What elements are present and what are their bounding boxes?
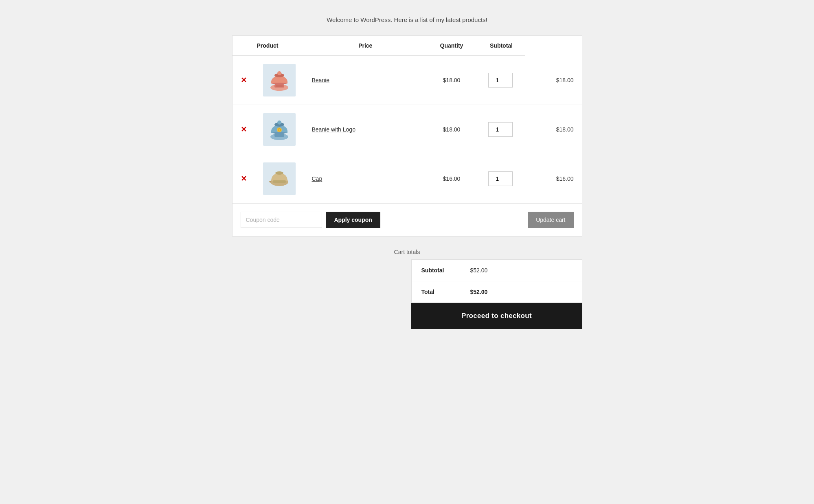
product-name-cell: Beanie with Logo xyxy=(304,105,428,154)
table-row: ✕ Cap $16.00 $16.00 xyxy=(232,154,582,204)
svg-point-7 xyxy=(277,121,281,125)
product-image-cell xyxy=(255,105,304,154)
product-image-cell xyxy=(255,154,304,204)
remove-item-button[interactable]: ✕ xyxy=(241,77,247,84)
product-subtotal-cell: $18.00 xyxy=(525,105,582,154)
subtotal-value: $52.00 xyxy=(470,267,488,274)
product-link-beanie[interactable]: Beanie xyxy=(312,77,330,83)
subtotal-row: Subtotal $52.00 xyxy=(412,260,582,281)
apply-coupon-button[interactable]: Apply coupon xyxy=(326,212,380,228)
product-subtotal: $18.00 xyxy=(556,77,574,83)
product-image-cap xyxy=(263,162,296,195)
product-subtotal-cell: $16.00 xyxy=(525,154,582,204)
col-header-quantity: Quantity xyxy=(427,36,476,56)
coupon-code-input[interactable] xyxy=(241,212,322,228)
product-quantity-cell xyxy=(476,56,525,105)
remove-cell: ✕ xyxy=(232,56,255,105)
svg-point-2 xyxy=(277,71,281,75)
proceed-to-checkout-button[interactable]: Proceed to checkout xyxy=(411,303,582,329)
quantity-input-beanie-with-logo[interactable] xyxy=(488,122,513,137)
product-price-cell: $16.00 xyxy=(427,154,476,204)
remove-item-button[interactable]: ✕ xyxy=(241,175,247,182)
product-price: $18.00 xyxy=(443,77,461,83)
product-price-cell: $18.00 xyxy=(427,105,476,154)
cart-table: Product Price Quantity Subtotal ✕ Be xyxy=(232,35,582,204)
svg-point-13 xyxy=(275,171,283,175)
product-price-cell: $18.00 xyxy=(427,56,476,105)
quantity-input-cap[interactable] xyxy=(488,171,513,186)
product-subtotal: $18.00 xyxy=(556,126,574,133)
product-image-cell xyxy=(255,56,304,105)
col-header-product: Product xyxy=(232,36,304,56)
cart-totals-title: Cart totals xyxy=(394,249,420,255)
product-price: $16.00 xyxy=(443,175,461,182)
product-quantity-cell xyxy=(476,154,525,204)
product-subtotal-cell: $18.00 xyxy=(525,56,582,105)
svg-rect-8 xyxy=(274,134,284,137)
page-intro: Welcome to WordPress. Here is a list of … xyxy=(327,16,487,23)
subtotal-label: Subtotal xyxy=(421,267,470,274)
remove-cell: ✕ xyxy=(232,105,255,154)
product-name-cell: Beanie xyxy=(304,56,428,105)
cart-totals-table: Subtotal $52.00 Total $52.00 xyxy=(411,259,582,303)
remove-cell: ✕ xyxy=(232,154,255,204)
product-quantity-cell xyxy=(476,105,525,154)
product-image-beanie xyxy=(263,64,296,96)
update-cart-button[interactable]: Update cart xyxy=(528,212,573,228)
cart-totals-wrapper: Cart totals Subtotal $52.00 Total $52.00… xyxy=(232,249,582,329)
svg-point-11 xyxy=(279,129,280,131)
table-row: ✕ Beanie $18.00 $18.00 xyxy=(232,56,582,105)
col-header-subtotal: Subtotal xyxy=(476,36,525,56)
total-value: $52.00 xyxy=(470,289,488,295)
product-subtotal: $16.00 xyxy=(556,175,574,182)
svg-rect-14 xyxy=(273,180,286,183)
product-image-beanie-logo xyxy=(263,113,296,146)
product-name-cell: Cap xyxy=(304,154,428,204)
total-label: Total xyxy=(421,289,470,295)
product-link-beanie-with-logo[interactable]: Beanie with Logo xyxy=(312,126,355,133)
svg-rect-4 xyxy=(276,85,283,87)
col-header-price: Price xyxy=(304,36,428,56)
remove-item-button[interactable]: ✕ xyxy=(241,126,247,133)
cart-container: Product Price Quantity Subtotal ✕ Be xyxy=(232,35,582,237)
table-row: ✕ Beanie with Logo $18.00 xyxy=(232,105,582,154)
quantity-input-beanie[interactable] xyxy=(488,73,513,88)
total-row: Total $52.00 xyxy=(412,281,582,302)
product-price: $18.00 xyxy=(443,126,461,133)
cart-actions: Apply coupon Update cart xyxy=(232,204,582,237)
product-link-cap[interactable]: Cap xyxy=(312,175,323,182)
